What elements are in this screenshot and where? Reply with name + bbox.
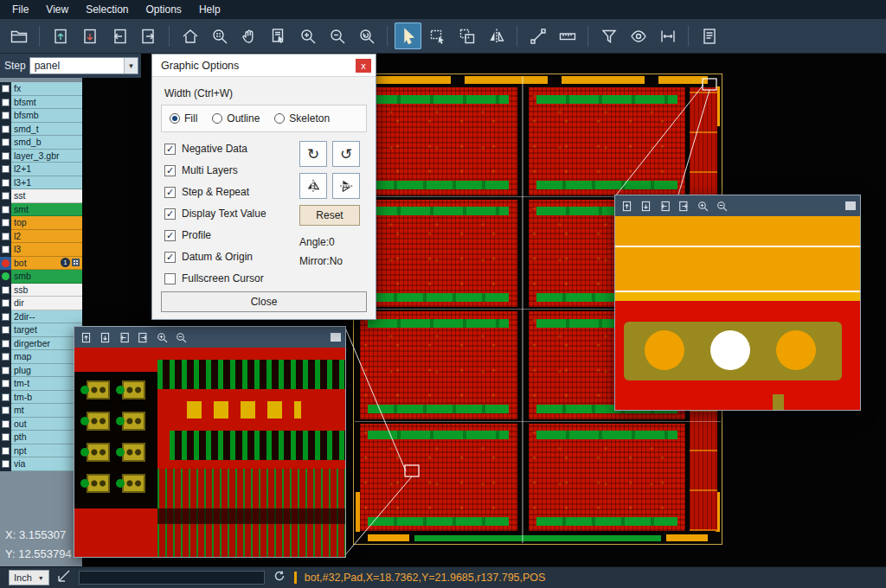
layer-select-checkbox[interactable] (0, 377, 11, 391)
file-arrow-up-icon[interactable] (47, 22, 74, 49)
layer-name-label[interactable]: l3 (11, 243, 82, 257)
zoom-window-icon[interactable] (206, 22, 233, 49)
menu-selection[interactable]: Selection (77, 2, 137, 17)
layer-row[interactable]: bfsmb (0, 109, 82, 123)
layer-row[interactable]: fx (0, 82, 82, 96)
checkbox-negative-data[interactable]: ✓Negative Data (164, 143, 266, 155)
layer-select-checkbox[interactable] (0, 150, 11, 163)
highlight-eye-icon[interactable] (625, 22, 652, 49)
graphic-options-dialog[interactable]: Graphic Options x Width (Ctrl+W) Fill Ou… (151, 54, 376, 320)
pcb-board[interactable] (360, 200, 517, 308)
magnifier-titlebar[interactable] (74, 327, 345, 348)
layer-name-label[interactable]: tm-b (11, 391, 82, 405)
layer-select-checkbox[interactable] (0, 109, 11, 123)
window-resize-box[interactable] (331, 333, 341, 342)
layer-row[interactable]: pth (0, 431, 82, 444)
layer-row[interactable]: plug (0, 364, 82, 378)
layer-select-checkbox[interactable] (0, 189, 11, 203)
layer-row[interactable]: tm-t (0, 377, 82, 391)
layer-select-checkbox[interactable] (0, 337, 11, 351)
layer-select-checkbox[interactable] (0, 163, 11, 176)
layer-row[interactable]: out (0, 418, 82, 431)
layer-name-label[interactable]: map (11, 350, 82, 364)
layer-name-label[interactable]: sst (11, 189, 82, 203)
layer-name-label[interactable]: bfsmb (11, 109, 82, 123)
layer-row[interactable]: 2dir-- (0, 310, 82, 324)
rectangle-select-icon[interactable] (424, 22, 451, 49)
layer-name-label[interactable]: bfsmt (11, 96, 82, 110)
checkbox-profile[interactable]: ✓Profile (164, 229, 266, 241)
magnifier-view-right[interactable] (615, 216, 860, 410)
layer-name-label[interactable]: out (11, 418, 82, 431)
layer-name-label[interactable]: plug (11, 364, 82, 378)
menu-options[interactable]: Options (138, 2, 190, 17)
layer-row[interactable]: layer_3.gbr (0, 150, 82, 163)
refresh-icon[interactable] (273, 569, 286, 586)
layer-row[interactable]: mt (0, 404, 82, 418)
layer-name-label[interactable]: ssb (11, 284, 82, 297)
zoom-out-icon[interactable] (324, 22, 350, 49)
close-icon[interactable]: x (356, 59, 371, 73)
file-arrow-up-icon[interactable] (620, 199, 634, 214)
zoom-in-icon[interactable] (696, 199, 710, 214)
file-arrow-down-icon[interactable] (98, 330, 112, 345)
magnifier-titlebar[interactable] (615, 195, 860, 216)
layer-name-label[interactable]: 2dir-- (11, 310, 82, 324)
layer-select-checkbox[interactable] (0, 123, 11, 137)
layer-name-label[interactable]: l2 (11, 230, 82, 244)
magnifier-window-left[interactable] (74, 326, 346, 558)
file-arrow-right-icon[interactable] (136, 330, 151, 345)
layer-row[interactable]: l2 (0, 230, 82, 244)
layer-name-label[interactable]: smb (11, 270, 82, 284)
pcb-board[interactable] (360, 87, 517, 195)
layer-select-checkbox[interactable] (0, 176, 11, 190)
layer-select-checkbox[interactable] (0, 323, 11, 337)
file-arrow-left-icon[interactable] (658, 199, 672, 214)
layer-name-label[interactable]: smt (11, 203, 82, 217)
layer-select-checkbox[interactable] (0, 284, 11, 297)
file-arrow-right-icon[interactable] (677, 199, 691, 214)
home-view-icon[interactable] (177, 22, 203, 49)
layer-select-checkbox[interactable] (0, 230, 11, 244)
layer-select-checkbox[interactable] (0, 418, 11, 431)
file-arrow-down-icon[interactable] (639, 199, 653, 214)
layer-row[interactable]: map (0, 350, 82, 364)
angle-tool-icon[interactable] (57, 569, 71, 586)
chevron-down-icon[interactable]: ▼ (124, 58, 138, 74)
checkbox-step-repeat[interactable]: ✓Step & Repeat (164, 186, 266, 198)
layer-row[interactable]: l2+1 (0, 163, 82, 176)
file-arrow-up-icon[interactable] (79, 330, 93, 345)
layer-grid-icon[interactable] (72, 259, 80, 266)
command-input[interactable] (79, 571, 265, 585)
pcb-board[interactable] (360, 311, 517, 419)
layer-select-checkbox[interactable] (0, 444, 11, 458)
layer-select-checkbox[interactable] (0, 350, 11, 364)
layer-name-label[interactable]: l3+1 (11, 176, 82, 190)
layer-row-active[interactable]: bot1 (0, 257, 82, 271)
pan-hand-icon[interactable] (235, 22, 262, 49)
zoom-in-icon[interactable] (155, 330, 170, 345)
layer-row[interactable]: target (0, 323, 82, 337)
layer-select-checkbox[interactable] (0, 297, 11, 310)
file-arrow-left-icon[interactable] (117, 330, 132, 345)
file-arrow-left-icon[interactable] (106, 22, 132, 49)
layer-row[interactable]: dir (0, 297, 82, 310)
layer-select-checkbox[interactable] (0, 203, 11, 217)
close-button[interactable]: Close (161, 291, 367, 312)
measure-line-icon[interactable] (524, 22, 551, 49)
layer-row[interactable]: via (0, 457, 82, 471)
step-select[interactable]: panel ▼ (29, 57, 138, 74)
zoom-in-icon[interactable] (294, 22, 321, 49)
pcb-board[interactable] (360, 424, 517, 532)
layer-select-checkbox[interactable] (0, 391, 11, 405)
layer-name-label[interactable]: dirgerber (11, 337, 82, 351)
radio-outline[interactable]: Outline (212, 112, 260, 125)
layer-name-label[interactable]: layer_3.gbr (11, 150, 82, 163)
reset-button[interactable]: Reset (299, 205, 360, 226)
layer-select-checkbox[interactable] (0, 216, 11, 230)
checkbox-datum-origin[interactable]: ✓Datum & Origin (164, 251, 266, 263)
layer-select-checkbox[interactable] (0, 82, 11, 96)
layer-select-checkbox[interactable] (0, 136, 11, 150)
file-arrow-down-icon[interactable] (76, 22, 103, 49)
measure-distance-icon[interactable] (654, 22, 681, 49)
